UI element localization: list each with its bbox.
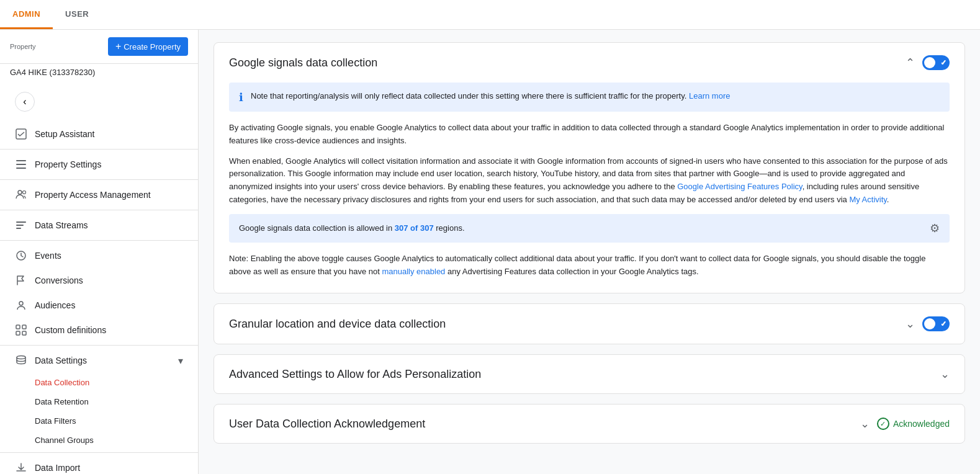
user-data-title: User Data Collection Acknowledgement: [229, 418, 425, 431]
sidebar-sub-item-data-collection[interactable]: Data Collection: [0, 373, 198, 392]
divider-5: [0, 345, 198, 346]
acknowledged-label: Acknowledged: [893, 419, 950, 429]
info-text: Note that reporting/analysis will only r…: [251, 90, 730, 102]
sidebar-item-data-streams[interactable]: Data Streams: [0, 213, 198, 238]
svg-rect-2: [16, 164, 26, 165]
sidebar-sub-item-data-retention[interactable]: Data Retention: [0, 392, 198, 411]
audiences-icon: [15, 299, 27, 311]
granular-location-header[interactable]: Granular location and device data collec…: [214, 304, 964, 344]
custom-definitions-label: Custom definitions: [35, 325, 106, 335]
card-note: Note: Enabling the above toggle causes G…: [229, 253, 950, 279]
tab-admin[interactable]: ADMIN: [0, 0, 53, 29]
chevron-down-icon-3: ⌄: [860, 417, 870, 431]
svg-rect-13: [16, 331, 20, 335]
flag-icon: [15, 274, 27, 287]
toggle-circle: [924, 57, 935, 68]
sidebar-item-property-access[interactable]: Property Access Management: [0, 182, 198, 207]
events-icon: [15, 249, 27, 262]
info-text-content: Note that reporting/analysis will only r…: [251, 91, 686, 101]
regions-count: 307 of 307: [395, 223, 434, 233]
manually-enabled-link[interactable]: manually enabled: [382, 267, 445, 276]
regions-box: Google signals data collection is allowe…: [229, 214, 950, 243]
granular-location-card: Granular location and device data collec…: [214, 303, 965, 344]
import-icon: [15, 462, 27, 474]
sidebar-collapse-button[interactable]: ‹: [15, 92, 35, 112]
google-signals-title: Google signals data collection: [229, 56, 377, 69]
audiences-label: Audiences: [35, 300, 75, 310]
content-area: Google signals data collection ⌃ ✓ ℹ Not…: [199, 30, 980, 474]
svg-rect-1: [16, 160, 26, 161]
info-box: ℹ Note that reporting/analysis will only…: [229, 83, 950, 112]
granular-location-header-right: ⌄ ✓: [906, 316, 950, 331]
toggle-circle-2: [924, 318, 935, 329]
data-collection-label: Data Collection: [35, 378, 89, 387]
sidebar-item-events[interactable]: Events: [0, 243, 198, 268]
granular-location-toggle[interactable]: ✓: [922, 316, 950, 331]
learn-more-link[interactable]: Learn more: [689, 91, 730, 101]
custom-icon: [15, 324, 27, 336]
sidebar-item-property-settings[interactable]: Property Settings: [0, 152, 198, 177]
data-settings-label: Data Settings: [35, 356, 87, 365]
svg-rect-8: [16, 228, 21, 229]
database-icon: [15, 354, 27, 367]
toggle-check-icon: ✓: [940, 58, 946, 67]
advanced-settings-header[interactable]: Advanced Settings to Allow for Ads Perso…: [214, 355, 964, 393]
collapse-icon: ‹: [23, 96, 26, 107]
note-end: any Advertising Features data collection…: [445, 267, 698, 276]
svg-rect-11: [16, 325, 20, 329]
google-signals-header[interactable]: Google signals data collection ⌃ ✓: [214, 43, 964, 83]
checkbox-icon: [15, 128, 27, 140]
advanced-settings-title: Advanced Settings to Allow for Ads Perso…: [229, 368, 481, 381]
svg-point-4: [18, 190, 22, 194]
divider-1: [0, 149, 198, 150]
data-filters-label: Data Filters: [35, 416, 76, 426]
main-layout: Property + Create Property GA4 HIKE (313…: [0, 30, 980, 474]
sidebar-item-setup-assistant[interactable]: Setup Assistant: [0, 122, 198, 146]
user-data-card: User Data Collection Acknowledgement ⌄ ✓…: [214, 404, 965, 444]
property-name: GA4 HIKE (313378230): [0, 64, 198, 82]
sidebar-sub-item-data-filters[interactable]: Data Filters: [0, 411, 198, 431]
sidebar-header: Property + Create Property: [0, 30, 198, 64]
sidebar-sub-item-channel-groups[interactable]: Channel Groups: [0, 431, 198, 450]
data-retention-label: Data Retention: [35, 397, 89, 406]
sidebar-item-audiences[interactable]: Audiences: [0, 293, 198, 318]
chevron-up-icon: ⌃: [906, 56, 915, 69]
check-circle-icon: ✓: [877, 418, 889, 430]
svg-rect-14: [22, 331, 26, 335]
user-data-header[interactable]: User Data Collection Acknowledgement ⌄ ✓…: [214, 405, 964, 443]
divider-2: [0, 179, 198, 180]
paragraph2: When enabled, Google Analytics will coll…: [229, 155, 950, 207]
google-policy-link[interactable]: Google Advertising Features Policy: [677, 182, 802, 191]
sidebar-item-data-import[interactable]: Data Import: [0, 455, 198, 474]
top-nav: ADMIN USER: [0, 0, 980, 30]
data-import-label: Data Import: [35, 463, 80, 473]
my-activity-link[interactable]: My Activity: [849, 195, 886, 204]
svg-rect-3: [16, 168, 26, 169]
toggle-check-icon-2: ✓: [940, 320, 946, 328]
sidebar-item-custom-definitions[interactable]: Custom definitions: [0, 318, 198, 342]
conversions-label: Conversions: [35, 275, 83, 285]
property-access-label: Property Access Management: [35, 190, 151, 200]
gear-icon[interactable]: ⚙: [930, 221, 940, 235]
create-property-button[interactable]: + Create Property: [108, 37, 188, 56]
chevron-down-icon-2: ⌄: [940, 367, 950, 381]
plus-icon: +: [115, 41, 121, 52]
sidebar-nav: Setup Assistant Property Settings Proper…: [0, 122, 198, 474]
google-signals-card: Google signals data collection ⌃ ✓ ℹ Not…: [214, 42, 965, 293]
chevron-down-icon-1: ⌄: [906, 317, 915, 331]
channel-groups-label: Channel Groups: [35, 436, 94, 445]
create-property-label: Create Property: [124, 42, 181, 51]
advanced-settings-card: Advanced Settings to Allow for Ads Perso…: [214, 354, 965, 394]
paragraph2-end: .: [887, 195, 889, 204]
sidebar: Property + Create Property GA4 HIKE (313…: [0, 30, 199, 474]
data-streams-label: Data Streams: [35, 220, 88, 230]
data-settings-header[interactable]: Data Settings ▾: [0, 348, 198, 373]
google-signals-body: ℹ Note that reporting/analysis will only…: [214, 83, 964, 293]
paragraph1: By activating Google signals, you enable…: [229, 122, 950, 148]
svg-point-10: [19, 302, 23, 305]
setup-assistant-label: Setup Assistant: [35, 129, 95, 139]
user-data-header-right: ⌄ ✓ Acknowledged: [860, 417, 950, 431]
tab-user[interactable]: USER: [53, 0, 101, 29]
sidebar-item-conversions[interactable]: Conversions: [0, 268, 198, 293]
google-signals-toggle[interactable]: ✓: [922, 55, 950, 70]
